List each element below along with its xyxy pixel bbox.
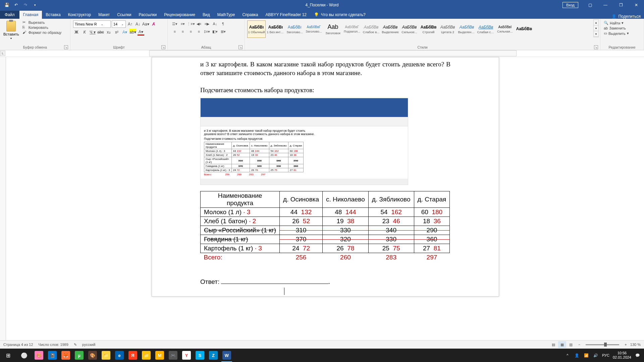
answer-line[interactable]: Ответ: . — [200, 278, 450, 286]
status-lang[interactable]: русский — [82, 343, 95, 347]
style-item[interactable]: АаБбВвЦитата 2 — [438, 20, 457, 38]
table-cell[interactable]: 320 — [323, 235, 369, 244]
style-item[interactable]: АаБбВвІСильная... — [496, 20, 514, 38]
bullets-icon[interactable]: ☰▾ — [171, 20, 178, 27]
tray-chevron-icon[interactable]: ^ — [565, 352, 571, 358]
paste-button[interactable]: Вставить ▾ — [1, 19, 21, 41]
style-item[interactable]: АаБбВвСильное... — [400, 20, 419, 38]
table-header[interactable]: с. Николаево — [323, 191, 369, 208]
table-header[interactable]: д. Зябликово — [368, 191, 414, 208]
shrink-font-icon[interactable]: A↓ — [135, 21, 141, 27]
tab-help[interactable]: Справка — [238, 11, 262, 19]
tab-references[interactable]: Ссылки — [113, 11, 135, 19]
table-header[interactable]: д. Осиновка — [280, 191, 323, 208]
embedded-screenshot[interactable]: и 3 кг картофеля. В каком магазине такой… — [200, 98, 408, 185]
taskbar-app[interactable]: 🦊 — [59, 349, 72, 362]
style-item[interactable]: АаБбВвВыделенн... — [458, 20, 476, 38]
taskbar-app[interactable]: M — [153, 349, 166, 362]
tray-people-icon[interactable]: 👤 — [574, 352, 580, 358]
taskbar-app[interactable]: 🎮 — [166, 349, 180, 362]
table-cell[interactable]: 340 — [368, 226, 414, 235]
taskbar-word[interactable]: W — [220, 349, 233, 362]
font-launcher[interactable]: ↘ — [161, 45, 165, 49]
table-cell[interactable]: 23 46 — [368, 217, 414, 226]
multilevel-icon[interactable]: ⋮≡▾ — [187, 20, 195, 27]
zoom-out-button[interactable]: − — [578, 343, 580, 347]
style-item[interactable]: АаБбВвВыделение — [381, 20, 399, 38]
text-effects-icon[interactable]: A▾ — [121, 29, 128, 36]
grow-font-icon[interactable]: A↑ — [127, 21, 133, 27]
style-item[interactable]: АаБбВı1 Без инте... — [266, 20, 285, 38]
italic-button[interactable]: К — [81, 29, 88, 36]
table-cell[interactable]: 27 81 — [414, 244, 450, 253]
style-item[interactable]: АаБбВвСлабое в... — [362, 20, 380, 38]
table-cell[interactable]: 19 38 — [323, 217, 369, 226]
taskbar-app[interactable]: 🎨 — [86, 349, 99, 362]
font-color-icon[interactable]: A▾ — [138, 29, 144, 36]
subscript-button[interactable]: x₂ — [105, 29, 112, 36]
table-cell[interactable]: 310 — [280, 226, 323, 235]
view-print-icon[interactable]: ▦ — [558, 341, 566, 348]
tray-notifications-icon[interactable]: 💬 — [635, 352, 641, 358]
styles-gallery[interactable]: АаБбВı1 ОбычныйАаБбВı1 Без инте...АаБбВı… — [246, 19, 593, 39]
align-center-icon[interactable]: ≡ — [179, 28, 186, 35]
table-cell[interactable]: 26 52 — [280, 217, 323, 226]
paragraph-2[interactable]: Подсчитаем стоимость набора продуктов: — [200, 86, 450, 94]
format-painter-button[interactable]: 🖌Формат по образцу — [22, 30, 62, 35]
search-button[interactable]: ⚪ — [16, 349, 32, 362]
share-button[interactable]: Поделиться — [619, 14, 641, 19]
paragraph-1[interactable]: и 3 кг картофеля. В каком магазине такой… — [200, 60, 450, 77]
table-cell[interactable]: 54 162 — [368, 208, 414, 217]
style-item[interactable]: АаБбВвГПодзагол... — [343, 20, 361, 38]
redo-icon[interactable]: ↷ — [21, 1, 30, 9]
paragraph-launcher[interactable]: ↘ — [238, 45, 243, 49]
table-cell[interactable]: 370 — [280, 235, 323, 244]
table-cell[interactable]: Молоко (1 л) · 3 — [201, 208, 280, 217]
ribbon-options-icon[interactable]: ▢ — [582, 0, 598, 10]
style-item[interactable]: АаБбВıЗаголово... — [285, 20, 304, 38]
taskbar-app[interactable]: 📓 — [46, 349, 59, 362]
taskbar-app[interactable]: Y — [180, 349, 193, 362]
tellme[interactable]: 💡Что вы хотите сделать? — [310, 11, 369, 19]
tab-home[interactable]: Главная — [19, 11, 42, 19]
taskbar-app[interactable]: Z — [207, 349, 220, 362]
table-cell[interactable]: 330 — [323, 226, 369, 235]
indent-dec-icon[interactable]: ◀≡ — [195, 20, 203, 27]
tab-mailings[interactable]: Рассылки — [135, 11, 160, 19]
taskbar-app[interactable]: 📁 — [140, 349, 153, 362]
total-cell[interactable]: 256 — [280, 253, 323, 262]
start-button[interactable]: ⊞ — [0, 349, 16, 362]
tray-wifi-icon[interactable]: 📶 — [583, 352, 589, 358]
find-button[interactable]: 🔍Найти ▾ — [604, 20, 629, 25]
table-cell[interactable]: 25 75 — [368, 244, 414, 253]
tray-ime[interactable]: РУС — [602, 353, 609, 357]
zoom-in-button[interactable]: + — [625, 343, 627, 347]
underline-button[interactable]: Ч ▾ — [89, 29, 96, 36]
replace-button[interactable]: abЗаменить — [604, 26, 629, 31]
share-icon[interactable]: 👤 — [611, 14, 616, 19]
style-item[interactable]: АаБбВı1 Обычный — [247, 20, 266, 38]
taskbar-app[interactable]: e — [113, 349, 126, 362]
font-size-combo[interactable]: 14⌄ — [112, 20, 126, 28]
copy-button[interactable]: ⎘Копировать — [22, 25, 62, 30]
align-justify-icon[interactable]: ≡ — [195, 28, 203, 35]
total-cell[interactable]: 297 — [414, 253, 450, 262]
tab-view[interactable]: Вид — [199, 11, 214, 19]
table-cell[interactable]: 26 78 — [323, 244, 369, 253]
table-cell[interactable]: Говядина (1 кг) — [201, 235, 280, 244]
table-cell[interactable]: 330 — [368, 235, 414, 244]
tab-mathtype[interactable]: MathType — [214, 11, 239, 19]
style-item[interactable]: AabЗаголовок — [324, 20, 342, 38]
taskbar-app[interactable]: µ — [72, 349, 86, 362]
styles-launcher[interactable]: ↘ — [594, 45, 598, 49]
style-item[interactable]: АаБбВвГЗаголово... — [305, 20, 323, 38]
sort-icon[interactable]: A↓ — [211, 20, 219, 27]
table-cell[interactable]: Картофель (1 кг) · 3 — [201, 244, 280, 253]
zoom-value[interactable]: 130 % — [630, 343, 641, 347]
tray-volume-icon[interactable]: 🔊 — [593, 352, 599, 358]
taskbar-app[interactable]: Я — [126, 349, 140, 362]
line-spacing-icon[interactable]: ‡≡▾ — [203, 28, 211, 35]
highlight-icon[interactable]: ab▾ — [129, 29, 136, 36]
taskbar-app[interactable]: 🎨 — [32, 349, 46, 362]
maximize-button[interactable]: ❐ — [613, 0, 629, 10]
